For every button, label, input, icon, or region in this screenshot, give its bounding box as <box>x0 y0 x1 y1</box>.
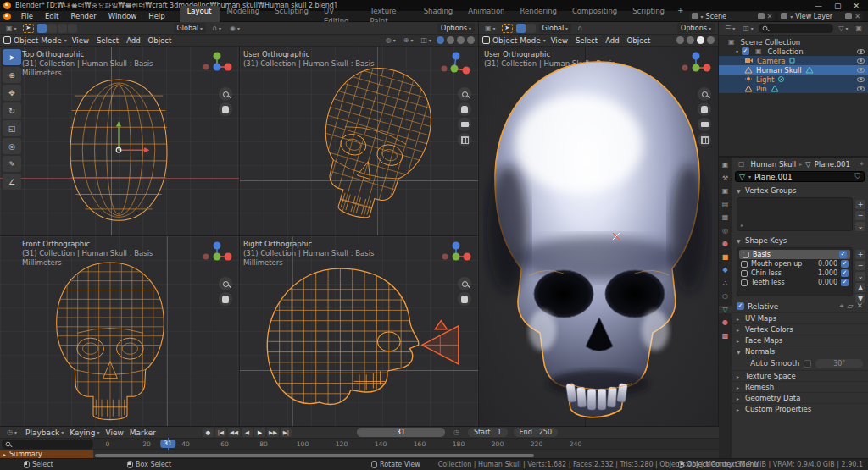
zoom-icon[interactable] <box>219 277 232 290</box>
frame-start-field[interactable]: Start 1 <box>468 428 508 437</box>
box-mode-icon[interactable] <box>47 24 57 33</box>
mode-dropdown[interactable]: Object Mode▾ <box>3 36 67 45</box>
expand-icon[interactable]: ▾ <box>736 48 738 54</box>
rotate-tool[interactable]: ↻ <box>3 102 21 119</box>
play-reverse-button[interactable]: ◀ <box>242 428 253 437</box>
new-view-layer-icon[interactable] <box>845 13 852 19</box>
select-box-tool[interactable]: ➤ <box>3 49 21 65</box>
record-button[interactable]: ● <box>203 428 214 437</box>
shape-key-teeth-less[interactable]: Teeth less 0.000 ✓ <box>737 278 852 287</box>
outliner-item-pin[interactable]: Pin <box>719 84 868 93</box>
tab-object-data[interactable]: ▽ <box>719 306 732 313</box>
active-tool-icon[interactable]: ➤ <box>23 24 34 33</box>
add-vertex-group-button[interactable]: + <box>855 200 865 209</box>
remove-vertex-group-button[interactable]: − <box>855 211 865 220</box>
auto-smooth-checkbox[interactable] <box>804 360 811 368</box>
view-menu[interactable]: View <box>551 36 568 45</box>
use-preview-range-icon[interactable]: ◷ <box>451 429 462 436</box>
shading-rendered-icon[interactable] <box>467 36 475 44</box>
options-dropdown-right[interactable]: Options▾ <box>677 23 715 33</box>
outliner-item-human-skull[interactable]: Human Skull <box>719 65 868 75</box>
tab-physics[interactable]: ○ <box>719 292 732 300</box>
add-shape-key-button[interactable]: + <box>855 250 865 259</box>
perspective-toggle-icon[interactable] <box>698 133 711 147</box>
shapekey-mute-checkbox[interactable]: ✓ <box>841 260 849 268</box>
camera-view-icon[interactable] <box>458 118 471 131</box>
select-menu[interactable]: Select <box>97 36 119 45</box>
orientation-dropdown[interactable]: Global▾ <box>174 23 207 33</box>
move-shape-key-down-button[interactable]: ▼ <box>855 294 865 303</box>
nav-gizmo[interactable] <box>200 50 234 80</box>
shading-solid-icon[interactable] <box>447 36 454 44</box>
hide-icon[interactable] <box>857 68 865 73</box>
outliner-item-camera[interactable]: Camera <box>719 56 868 65</box>
shading-wireframe-icon[interactable] <box>437 36 444 44</box>
section-uv-maps[interactable]: ▸UV Maps <box>732 312 868 323</box>
channel-search-input[interactable] <box>2 440 93 449</box>
next-keyframe-button[interactable]: ▶▶ <box>267 428 279 437</box>
hide-icon[interactable] <box>857 77 865 82</box>
lasso-mode-icon[interactable] <box>68 24 77 33</box>
keying-menu[interactable]: Keying▾ <box>70 429 99 437</box>
tab-scene[interactable]: ◎ <box>719 227 732 235</box>
camera-view-icon[interactable] <box>698 118 711 131</box>
frame-end-field[interactable]: End 250 <box>514 428 558 437</box>
move-shape-key-up-button[interactable]: ▲ <box>855 283 865 292</box>
tab-particles[interactable]: ∴ <box>719 279 732 287</box>
zoom-icon[interactable] <box>458 277 471 290</box>
remove-shape-key-button[interactable]: − <box>855 261 865 270</box>
pan-hand-icon[interactable] <box>458 292 471 306</box>
filter-icon[interactable]: ▽▾ <box>836 25 850 32</box>
menu-render[interactable]: Render <box>64 12 102 20</box>
pan-hand-icon[interactable] <box>219 292 232 306</box>
current-frame-field[interactable]: 31 <box>357 428 445 437</box>
play-button[interactable]: ▶ <box>254 428 265 437</box>
tab-output[interactable]: ▤ <box>719 201 732 208</box>
section-texture-space[interactable]: ▸Texture Space <box>732 370 868 381</box>
box-mode-icon[interactable] <box>526 24 536 33</box>
tab-object[interactable]: ■ <box>719 253 732 261</box>
tab-render[interactable]: ▣ <box>719 187 732 195</box>
hide-icon[interactable] <box>857 49 865 54</box>
section-normals[interactable]: ▼Normals <box>732 346 868 357</box>
timeline-ruler[interactable]: 0 20 40 60 80 100 120 140 160 180 200 22… <box>0 439 719 450</box>
datablock-name-field[interactable]: ▽ ▾ Plane.001 ⛉ <box>735 171 865 182</box>
shapekey-mute-checkbox[interactable]: ✓ <box>841 279 849 286</box>
scale-tool[interactable]: ◱ <box>3 120 21 136</box>
collection-checkbox[interactable]: ✓ <box>742 47 749 55</box>
viewport-front[interactable]: Front Orthographic (31) Collection | Hum… <box>0 236 240 426</box>
prev-keyframe-button[interactable]: ◀◀ <box>228 428 240 437</box>
gizmos-dropdown-icon[interactable]: ⊕▾ <box>401 36 416 44</box>
new-collection-icon[interactable]: ▣ <box>853 25 865 32</box>
pan-hand-icon[interactable] <box>698 102 711 116</box>
object-menu[interactable]: Object <box>627 36 651 45</box>
section-remesh[interactable]: ▸Remesh <box>732 381 868 392</box>
snap-icon[interactable]: ∩ <box>575 25 585 32</box>
hide-icon[interactable] <box>857 86 865 91</box>
shading-rendered-icon[interactable] <box>707 36 715 44</box>
close-button[interactable]: ✕ <box>853 2 860 10</box>
timeline-scrollbar[interactable] <box>95 454 534 457</box>
snap-icon[interactable]: ∩▾ <box>209 25 224 32</box>
section-face-maps[interactable]: ▸Face Maps <box>732 335 868 346</box>
auto-smooth-angle-field[interactable]: 30° <box>815 359 863 368</box>
scene-selector[interactable]: ▾ Scene ✕ <box>689 12 776 21</box>
circle-mode-icon[interactable] <box>58 24 67 33</box>
editor-type-icon[interactable]: ▣ <box>719 161 732 169</box>
visibility-dropdown-icon[interactable]: ◍▾ <box>383 36 398 44</box>
transform-tool[interactable]: ◎ <box>3 138 21 154</box>
tweak-mode-icon[interactable] <box>516 24 526 33</box>
tab-texture[interactable]: ▩ <box>719 332 732 340</box>
vertex-group-specials-button[interactable]: ⌄ <box>855 222 865 231</box>
shape-key-specials-button[interactable]: ⌄ <box>855 272 865 281</box>
view-menu[interactable]: View <box>72 36 89 45</box>
add-menu[interactable]: Add <box>605 36 619 45</box>
pan-hand-icon[interactable] <box>219 102 232 116</box>
shading-material-icon[interactable] <box>457 36 465 44</box>
tab-material[interactable]: ● <box>719 318 732 326</box>
options-dropdown-left[interactable]: Options▾ <box>437 23 475 33</box>
viewport-right[interactable]: Right Orthographic (31) Collection | Hum… <box>240 236 479 426</box>
section-vertex-groups[interactable]: ▼Vertex Groups <box>732 185 868 196</box>
view-layer-selector[interactable]: ▾ View Layer ✕ <box>778 12 863 21</box>
select-menu[interactable]: Select <box>576 36 598 45</box>
